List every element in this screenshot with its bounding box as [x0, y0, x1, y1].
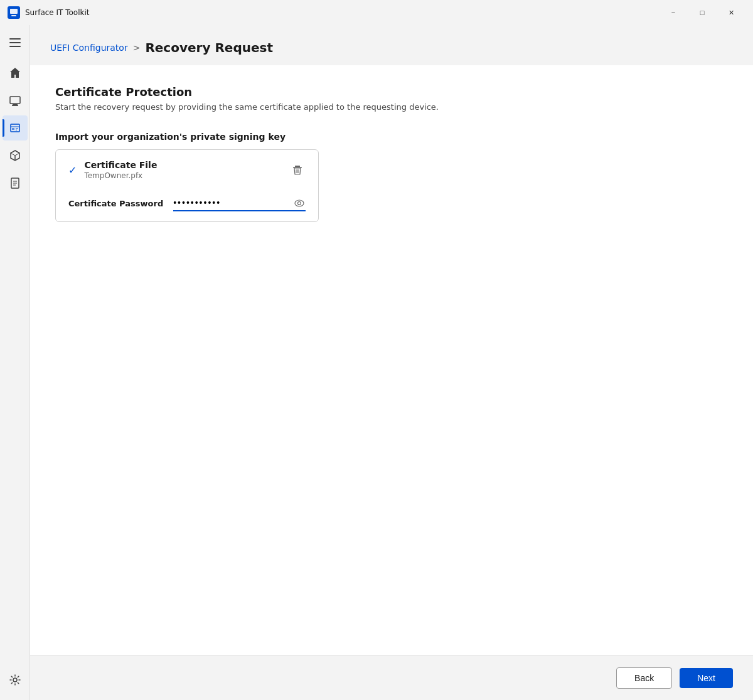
svg-rect-4: [9, 42, 21, 43]
svg-point-26: [298, 202, 301, 205]
breadcrumb-current: Recovery Request: [145, 40, 273, 55]
app-title: Surface IT Toolkit: [25, 8, 659, 17]
breadcrumb: UEFI Configurator > Recovery Request: [30, 25, 753, 65]
back-button[interactable]: Back: [616, 667, 672, 689]
content-area: Certificate Protection Start the recover…: [30, 65, 753, 655]
svg-rect-3: [9, 38, 21, 40]
breadcrumb-separator: >: [133, 43, 141, 53]
certificate-card: ✓ Certificate File TempOwner.pfx: [55, 149, 319, 222]
svg-rect-13: [16, 130, 17, 131]
main-content: UEFI Configurator > Recovery Request Cer…: [30, 25, 753, 700]
svg-rect-2: [11, 15, 16, 16]
password-row: Certificate Password: [68, 195, 306, 211]
footer: Back Next: [30, 655, 753, 700]
sidebar-menu-button[interactable]: [3, 30, 28, 55]
titlebar: Surface IT Toolkit − □ ✕: [0, 0, 753, 25]
svg-rect-5: [9, 46, 21, 47]
breadcrumb-parent[interactable]: UEFI Configurator: [50, 43, 128, 53]
maximize-button[interactable]: □: [688, 3, 717, 22]
sidebar-item-devices[interactable]: [3, 88, 28, 113]
toggle-password-visibility-button[interactable]: [293, 198, 306, 208]
app-shell: UEFI Configurator > Recovery Request Cer…: [0, 25, 753, 700]
password-input-wrapper: [173, 195, 306, 211]
svg-point-25: [295, 200, 304, 206]
certificate-file-label: Certificate File: [84, 160, 157, 170]
sidebar: [0, 25, 30, 700]
certificate-file-info: ✓ Certificate File TempOwner.pfx: [68, 160, 157, 180]
certificate-file-name: TempOwner.pfx: [84, 171, 157, 180]
svg-rect-8: [12, 105, 18, 107]
next-button[interactable]: Next: [680, 668, 733, 688]
import-label: Import your organization's private signi…: [55, 132, 728, 142]
svg-rect-20: [295, 166, 300, 167]
sidebar-item-uefi[interactable]: [3, 115, 28, 141]
settings-button[interactable]: [3, 667, 28, 692]
sidebar-item-packages[interactable]: [3, 143, 28, 168]
certificate-file-row: ✓ Certificate File TempOwner.pfx: [68, 160, 306, 180]
sidebar-item-reports[interactable]: [3, 171, 28, 196]
check-icon: ✓: [68, 164, 77, 176]
section-title: Certificate Protection: [55, 85, 728, 98]
svg-rect-21: [293, 167, 302, 168]
certificate-password-input[interactable]: [173, 195, 306, 211]
window-controls: − □ ✕: [659, 3, 745, 22]
svg-rect-9: [11, 124, 19, 132]
minimize-button[interactable]: −: [659, 3, 688, 22]
close-button[interactable]: ✕: [717, 3, 745, 22]
svg-rect-12: [16, 128, 18, 129]
svg-rect-11: [12, 128, 14, 130]
section-description: Start the recovery request by providing …: [55, 102, 728, 112]
svg-rect-1: [10, 9, 18, 14]
sidebar-item-home[interactable]: [3, 60, 28, 85]
delete-certificate-button[interactable]: [289, 162, 306, 178]
password-label: Certificate Password: [68, 199, 163, 208]
svg-rect-6: [10, 97, 20, 103]
certificate-file-details: Certificate File TempOwner.pfx: [84, 160, 157, 180]
svg-point-19: [13, 678, 17, 682]
app-icon: [8, 6, 20, 19]
svg-rect-7: [13, 104, 18, 105]
